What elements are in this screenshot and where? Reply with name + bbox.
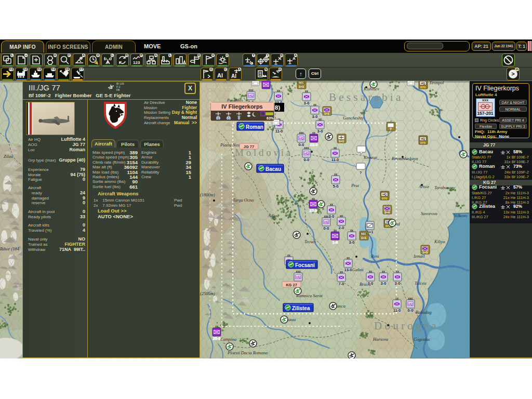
svg-text:HQ: HQ <box>382 193 387 196</box>
svg-text:Tarabunary: Tarabunary <box>434 185 455 190</box>
svg-text:HQ: HQ <box>421 82 425 85</box>
svg-text:HQ: HQ <box>421 137 425 140</box>
svg-text:63%: 63% <box>267 116 274 120</box>
svg-text:XX: XX <box>312 132 315 135</box>
svg-text:0-0: 0-0 <box>408 308 414 313</box>
svg-text:27-0: 27-0 <box>309 208 317 213</box>
svg-text:13-0: 13-0 <box>344 268 352 272</box>
svg-text:11-0: 11-0 <box>393 308 401 313</box>
svg-text:68: 68 <box>227 116 231 120</box>
svg-text:Izmail: Izmail <box>413 254 425 259</box>
svg-text:XX: XX <box>369 271 372 273</box>
svg-text:Roman: Roman <box>246 124 263 130</box>
svg-text:Artsiz: Artsiz <box>418 184 430 189</box>
svg-text:3-0: 3-0 <box>368 281 374 286</box>
svg-text:XX: XX <box>334 147 337 150</box>
svg-text:SEC: SEC <box>299 81 304 84</box>
svg-text:3-0: 3-0 <box>381 281 387 286</box>
svg-text:22-0: 22-0 <box>310 142 317 147</box>
svg-text:(2505m): (2505m) <box>200 291 215 296</box>
svg-text:B e s s a r a b i a: B e s s a r a b i a <box>329 91 401 103</box>
svg-text:ianca: ianca <box>336 303 345 309</box>
svg-text:0-0: 0-0 <box>324 226 329 231</box>
svg-text:Komrat: Komrat <box>363 155 378 160</box>
svg-text:HQ: HQ <box>304 152 309 155</box>
svg-text:?: ? <box>390 127 392 131</box>
svg-text:XX: XX <box>287 255 290 257</box>
svg-text:Bessardaskaya: Bessardaskaya <box>392 156 418 161</box>
svg-text:1=1: 1=1 <box>324 112 330 115</box>
svg-text:XXX: XXX <box>296 271 300 273</box>
svg-text:Tecuci: Tecuci <box>304 239 316 244</box>
svg-text:Gancheshty: Gancheshty <box>343 115 364 121</box>
svg-text:7-0: 7-0 <box>339 282 344 286</box>
svg-text:123: 123 <box>133 60 140 65</box>
svg-text:Babadag: Babadag <box>416 310 432 315</box>
svg-text:XX: XX <box>395 298 398 300</box>
svg-text:2-0: 2-0 <box>339 225 344 230</box>
svg-text:KG 27: KG 27 <box>286 283 297 287</box>
svg-text:0-0: 0-0 <box>304 157 310 162</box>
svg-text:XX: XX <box>382 271 385 273</box>
svg-text:3-0: 3-0 <box>317 129 323 134</box>
svg-text:070: 070 <box>420 141 426 144</box>
svg-text:3-0: 3-0 <box>329 214 335 219</box>
svg-text:Kiliya: Kiliya <box>434 239 445 244</box>
svg-text:Zilistea: Zilistea <box>292 305 310 311</box>
svg-text:XX: XX <box>340 271 343 274</box>
svg-text:070: 070 <box>420 86 426 89</box>
svg-text:AI: AI <box>231 73 236 79</box>
svg-text:1=1: 1=1 <box>361 236 367 240</box>
svg-text:HQ: HQ <box>324 220 329 223</box>
svg-text:8): 8) <box>275 104 280 111</box>
svg-text:XX: XX <box>334 230 337 232</box>
svg-text:AI: AI <box>217 72 223 78</box>
svg-text:5-0: 5-0 <box>333 184 339 189</box>
svg-text:XX: XX <box>215 326 218 328</box>
svg-text:XX: XX <box>340 215 343 218</box>
svg-text:SEC: SEC <box>361 232 367 235</box>
svg-text:Harsova: Harsova <box>373 337 388 342</box>
svg-text:Vilkovo: Vilkovo <box>454 213 467 218</box>
svg-text:3-0: 3-0 <box>312 114 318 119</box>
svg-text:25-0: 25-0 <box>212 336 220 341</box>
svg-text:Tiraspol: Tiraspol <box>429 81 444 85</box>
svg-text:D o u r o g e a: D o u r o g e a <box>374 320 436 332</box>
svg-text:3-0: 3-0 <box>349 240 355 245</box>
svg-text:XX: XX <box>305 90 308 93</box>
svg-text:Focsani: Focsani <box>295 262 315 268</box>
svg-text:1=3: 1=3 <box>422 251 428 254</box>
svg-text:HQ: HQ <box>249 94 254 97</box>
svg-text:1=1: 1=1 <box>339 140 344 143</box>
svg-text:XX: XX <box>396 271 399 273</box>
svg-text:Suvorova: Suvorova <box>421 211 437 216</box>
svg-text:Ploesti Dacia Romana: Ploesti Dacia Romana <box>227 350 268 355</box>
svg-text:Reni: Reni <box>370 254 379 259</box>
svg-text:Cogealac: Cogealac <box>414 337 431 342</box>
svg-text:XX: XX <box>318 118 322 121</box>
svg-text:Galati: Galati <box>352 267 364 272</box>
svg-text:11-0: 11-0 <box>275 129 283 134</box>
svg-text:?: ? <box>360 170 362 175</box>
svg-text:Bacau: Bacau <box>265 166 281 172</box>
svg-text:IV Fliegerkorps: IV Fliegerkorps <box>221 103 262 110</box>
svg-text:HQ: HQ <box>299 137 304 140</box>
svg-text:XX: XX <box>312 198 315 201</box>
svg-text:2=4: 2=4 <box>384 211 390 214</box>
svg-text:XX: XX <box>330 204 333 206</box>
svg-text:070: 070 <box>382 197 388 200</box>
svg-text:HQ: HQ <box>408 302 413 305</box>
svg-text:XX: XX <box>277 90 280 92</box>
svg-text:3-0: 3-0 <box>395 281 401 286</box>
svg-text:89: 89 <box>216 116 220 120</box>
svg-text:XX: XX <box>334 174 337 176</box>
svg-text:0-0: 0-0 <box>299 142 304 147</box>
svg-text:(1800m): (1800m) <box>200 192 215 197</box>
svg-text:0: 0 <box>238 116 240 120</box>
svg-text:Adjud: Adjud <box>268 213 279 218</box>
svg-text:Tulcea: Tulcea <box>415 281 427 286</box>
svg-text:Bihor (184: Bihor (184 <box>0 246 20 251</box>
svg-text:XXX: XXX <box>324 216 328 218</box>
svg-text:Targu Ocna: Targu Ocna <box>233 197 254 203</box>
svg-text:XXX: XXX <box>304 147 309 150</box>
